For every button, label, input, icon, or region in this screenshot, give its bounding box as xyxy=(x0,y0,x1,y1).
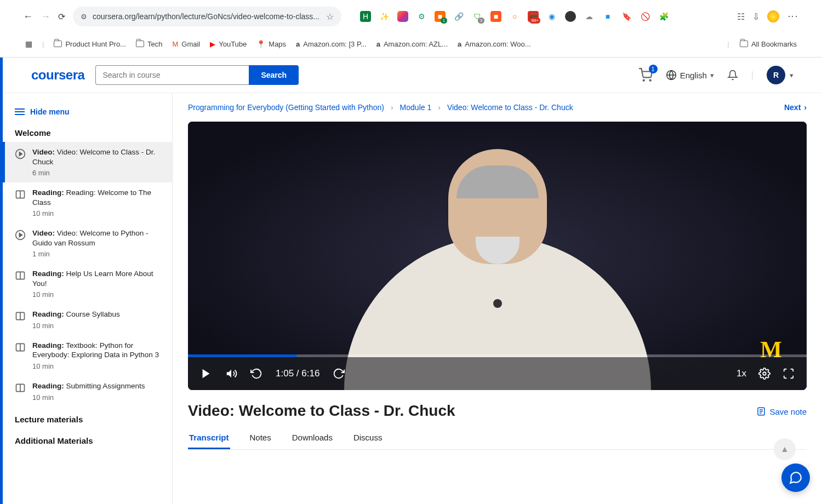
all-bookmarks[interactable]: | All Bookmarks xyxy=(727,40,797,48)
cart-button[interactable]: 1 xyxy=(638,68,653,82)
scroll-top-button[interactable]: ▲ xyxy=(774,438,796,460)
svg-marker-12 xyxy=(19,233,22,237)
item-title: Reading: Reading: Welcome to The Class xyxy=(32,188,160,207)
video-player[interactable]: M 1:05 / 6:16 1x xyxy=(188,122,807,390)
extension-icon[interactable] xyxy=(397,11,408,22)
volume-button[interactable] xyxy=(225,368,237,380)
header-right: 1 English ▾ | R ▾ xyxy=(638,66,794,84)
search-input[interactable] xyxy=(95,65,249,85)
item-title: Reading: Help Us Learn More About You! xyxy=(32,269,160,288)
breadcrumb-current[interactable]: Video: Welcome to Class - Dr. Chuck xyxy=(447,103,573,112)
item-title: Reading: Textbook: Python for Everybody:… xyxy=(32,341,160,360)
extension-icon[interactable]: ■ xyxy=(602,11,613,22)
video-controls: 1:05 / 6:16 1x xyxy=(188,357,807,390)
extension-icon[interactable]: ☁ xyxy=(584,11,595,22)
downloads-icon[interactable]: ⇩ xyxy=(752,12,760,22)
bookmark-item[interactable]: ▶YouTube xyxy=(210,40,247,48)
bookmark-item[interactable]: Tech xyxy=(136,40,162,48)
settings-button[interactable] xyxy=(758,368,770,380)
bookmark-item[interactable]: aAmazon.com: [3 P... xyxy=(296,40,367,48)
item-duration: 10 min xyxy=(32,362,160,370)
tab-discuss[interactable]: Discuss xyxy=(352,427,384,449)
bookmark-item[interactable]: aAmazon.com: Woo... xyxy=(458,40,531,48)
extension-icon[interactable]: ■ xyxy=(490,11,501,22)
reload-button[interactable]: ⟳ xyxy=(58,12,65,22)
hide-menu-button[interactable]: Hide menu xyxy=(3,103,172,121)
play-button[interactable] xyxy=(200,368,212,380)
item-title: Reading: Submitting Assignments xyxy=(32,381,160,391)
item-title: Reading: Course Syllabus xyxy=(32,310,160,319)
next-button[interactable]: Next› xyxy=(784,103,807,112)
bookmark-item[interactable]: aAmazon.com: AZL... xyxy=(376,40,448,48)
playlist-icon[interactable]: ☷ xyxy=(737,12,745,22)
reading-icon xyxy=(15,342,26,353)
tab-notes[interactable]: Notes xyxy=(249,427,272,449)
svg-point-23 xyxy=(763,372,766,375)
sidebar-item[interactable]: Reading: Help Us Learn More About You!10… xyxy=(3,264,172,304)
playback-speed[interactable]: 1x xyxy=(737,368,746,379)
extension-icon[interactable]: H xyxy=(360,11,371,22)
back-button[interactable]: ← xyxy=(23,11,33,22)
sidebar-item[interactable]: Video: Video: Welcome to Python - Guido … xyxy=(3,223,172,264)
kebab-menu-icon[interactable]: ⋮ xyxy=(787,12,799,21)
extension-icon[interactable]: ■1 xyxy=(435,11,446,22)
chevron-right-icon: › xyxy=(391,103,393,112)
tab-downloads[interactable]: Downloads xyxy=(291,427,334,449)
section-title[interactable]: Lecture materials xyxy=(3,407,172,428)
save-note-button[interactable]: Save note xyxy=(756,406,807,416)
bookmark-item[interactable]: MGmail xyxy=(172,40,200,48)
reading-icon xyxy=(15,189,26,200)
profile-avatar[interactable] xyxy=(767,10,779,22)
sidebar-item[interactable]: Video: Video: Welcome to Class - Dr. Chu… xyxy=(3,142,172,182)
sidebar-item[interactable]: Reading: Reading: Welcome to The Class10… xyxy=(3,182,172,223)
rewind-10-button[interactable] xyxy=(250,368,262,380)
reading-icon xyxy=(15,311,26,322)
extension-puzzle-icon[interactable]: 🧩 xyxy=(658,11,669,22)
main-content: Programming for Everybody (Getting Start… xyxy=(173,93,822,504)
site-settings-icon[interactable]: ⚙ xyxy=(81,13,87,21)
svg-point-0 xyxy=(643,80,644,81)
extension-icon[interactable]: ⚙ xyxy=(416,11,427,22)
apps-icon[interactable]: ▦ xyxy=(25,39,32,48)
extension-icon[interactable]: 🛡3 xyxy=(472,11,483,22)
item-title: Video: Video: Welcome to Class - Dr. Chu… xyxy=(32,147,160,167)
language-selector[interactable]: English ▾ xyxy=(666,70,714,81)
globe-icon xyxy=(666,70,677,81)
section-title[interactable]: Additional Materials xyxy=(3,428,172,450)
sidebar-item[interactable]: Reading: Textbook: Python for Everybody:… xyxy=(3,335,172,376)
extension-icon[interactable] xyxy=(565,11,576,22)
coursera-logo[interactable]: coursera xyxy=(31,67,84,83)
chat-button[interactable] xyxy=(781,463,810,492)
extension-icon[interactable]: 🔖 xyxy=(621,11,632,22)
forward-button[interactable]: → xyxy=(41,11,50,22)
fullscreen-button[interactable] xyxy=(783,368,795,380)
extension-icon[interactable]: 💼99+ xyxy=(528,11,539,22)
amazon-icon: a xyxy=(376,40,380,48)
maps-icon: 📍 xyxy=(256,40,265,48)
search-button[interactable]: Search xyxy=(249,65,299,85)
menu-icon xyxy=(15,108,25,116)
svg-marker-22 xyxy=(227,370,231,378)
breadcrumb-link[interactable]: Programming for Everybody (Getting Start… xyxy=(188,103,384,112)
reading-icon xyxy=(15,382,26,393)
browser-menu-right: ☷ ⇩ ⋮ xyxy=(737,10,799,22)
extension-icon[interactable]: ○ xyxy=(509,11,520,22)
extension-icon[interactable]: ✨ xyxy=(379,11,390,22)
breadcrumb-link[interactable]: Module 1 xyxy=(400,103,432,112)
sidebar-item[interactable]: Reading: Submitting Assignments10 min xyxy=(3,376,172,407)
extension-icon[interactable]: 🔗 xyxy=(453,11,464,22)
sidebar-item[interactable]: Reading: Course Syllabus10 min xyxy=(3,304,172,335)
notifications-button[interactable] xyxy=(727,70,738,81)
url-bar[interactable]: ⚙ coursera.org/learn/python/lecture/GoNc… xyxy=(73,7,341,26)
tab-transcript[interactable]: Transcript xyxy=(188,427,230,449)
user-menu[interactable]: R ▾ xyxy=(767,66,794,84)
bookmark-item[interactable]: Product Hunt Pro... xyxy=(54,40,126,48)
chevron-down-icon: ▾ xyxy=(790,71,794,79)
bookmark-star-icon[interactable]: ☆ xyxy=(326,12,334,22)
extension-icon[interactable]: 🚫 xyxy=(640,11,650,22)
item-duration: 10 min xyxy=(32,322,160,330)
user-avatar: R xyxy=(767,66,785,84)
extension-icon[interactable]: ◉ xyxy=(546,11,557,22)
bookmark-item[interactable]: 📍Maps xyxy=(256,40,286,48)
forward-10-button[interactable] xyxy=(333,368,345,380)
